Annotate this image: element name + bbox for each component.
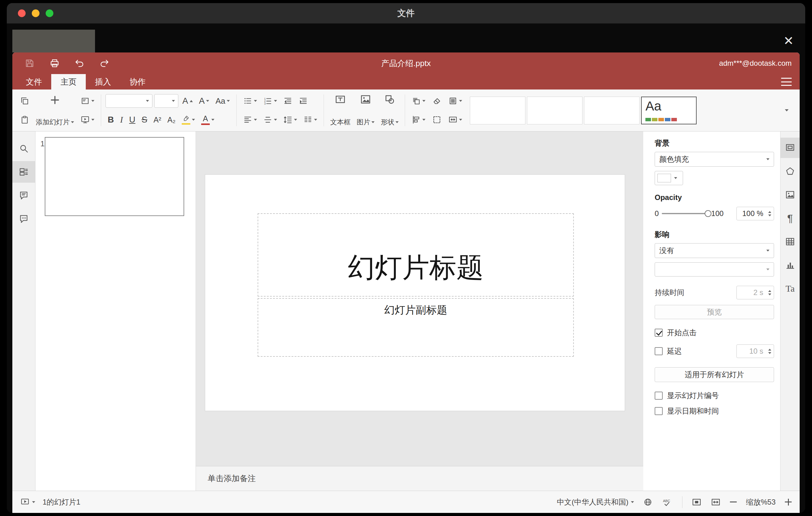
font-name-select[interactable] <box>106 94 152 108</box>
decrease-font-button[interactable]: A <box>197 95 212 107</box>
print-button[interactable] <box>49 58 60 68</box>
chat-button[interactable] <box>12 208 35 230</box>
slide-settings-tab[interactable] <box>781 138 800 158</box>
start-slideshow-button[interactable] <box>78 114 96 125</box>
preview-button[interactable]: 预览 <box>655 305 774 319</box>
language-select[interactable]: 中文(中华人民共和国) <box>557 497 634 507</box>
theme-gallery-expand-button[interactable] <box>780 101 793 120</box>
italic-button[interactable]: I <box>118 114 125 125</box>
comments-button[interactable] <box>12 184 35 206</box>
copy-button[interactable] <box>18 95 31 107</box>
macos-titlebar[interactable]: 文件 <box>7 3 805 24</box>
background-color-picker[interactable] <box>655 171 683 185</box>
strikethrough-button[interactable]: S <box>140 114 150 125</box>
spinner-up-icon[interactable] <box>768 211 771 213</box>
highlight-color-button[interactable] <box>179 114 197 126</box>
clear-style-button[interactable] <box>430 95 444 107</box>
underline-button[interactable]: U <box>127 114 138 125</box>
textart-settings-tab[interactable]: Ta <box>781 278 800 299</box>
zoom-out-button[interactable] <box>730 501 737 503</box>
close-window-icon[interactable] <box>18 9 26 17</box>
zoom-window-icon[interactable] <box>46 9 53 17</box>
bullets-button[interactable] <box>241 95 259 107</box>
show-slide-number-checkbox[interactable] <box>655 392 663 400</box>
start-on-click-checkbox[interactable] <box>655 329 663 337</box>
transition-variant-select[interactable] <box>655 262 774 277</box>
spinner-down-icon[interactable] <box>768 352 771 354</box>
start-slideshow-status-button[interactable] <box>20 497 35 507</box>
change-layout-button[interactable] <box>78 95 96 107</box>
insert-shape-button[interactable]: 形状 <box>378 92 402 129</box>
columns-button[interactable] <box>301 114 319 125</box>
show-date-checkbox[interactable] <box>655 407 663 415</box>
slide-workspace[interactable]: 幻灯片标题 幻灯片副标题 <box>196 132 643 466</box>
theme-option-1[interactable] <box>470 96 525 124</box>
tab-file[interactable]: 文件 <box>17 74 51 89</box>
duration-spinner[interactable]: 2 s <box>736 286 774 299</box>
subtitle-placeholder[interactable]: 幻灯片副标题 <box>258 298 574 357</box>
chart-settings-tab[interactable] <box>781 255 800 275</box>
opacity-slider-handle[interactable] <box>705 210 712 217</box>
opacity-slider[interactable] <box>662 213 708 214</box>
decrease-indent-button[interactable] <box>281 95 295 107</box>
spinner-up-icon[interactable] <box>768 290 771 292</box>
change-case-button[interactable]: Aa <box>213 96 232 106</box>
tab-collaboration[interactable]: 协作 <box>120 74 155 89</box>
spellcheck-button[interactable]: ABC <box>662 497 673 507</box>
menu-hamburger-icon[interactable] <box>781 78 792 86</box>
search-button[interactable] <box>12 138 35 159</box>
minimize-window-icon[interactable] <box>32 9 39 17</box>
delay-checkbox[interactable] <box>655 347 663 355</box>
tab-home[interactable]: 主页 <box>51 74 86 89</box>
slides-panel-button[interactable] <box>12 161 35 183</box>
insert-textbox-button[interactable]: 文本框 <box>327 92 353 129</box>
slide-page[interactable]: 幻灯片标题 幻灯片副标题 <box>205 175 625 411</box>
subscript-button[interactable]: A₂ <box>165 115 177 125</box>
line-spacing-button[interactable] <box>281 114 299 125</box>
table-settings-tab[interactable] <box>781 231 800 252</box>
insert-image-button[interactable]: 图片 <box>353 92 378 129</box>
document-language-button[interactable] <box>643 497 652 507</box>
apply-to-all-slides-button[interactable]: 适用于所有幻灯片 <box>655 367 774 382</box>
delay-spinner[interactable]: 10 s <box>736 344 774 358</box>
save-button[interactable] <box>25 58 34 68</box>
add-slide-button[interactable]: 添加幻灯片 <box>33 92 77 129</box>
bold-button[interactable]: B <box>106 114 116 125</box>
select-all-button[interactable] <box>430 114 444 125</box>
theme-option-3[interactable] <box>584 96 640 124</box>
title-placeholder[interactable]: 幻灯片标题 <box>258 213 574 296</box>
opacity-spinner[interactable]: 100 % <box>736 207 774 220</box>
notes-area[interactable]: 单击添加备注 <box>196 466 643 491</box>
paragraph-settings-tab[interactable]: ¶ <box>781 208 800 228</box>
theme-option-2[interactable] <box>527 96 582 124</box>
horizontal-align-button[interactable] <box>241 114 259 125</box>
align-shapes-button[interactable] <box>409 114 428 125</box>
transition-effect-select[interactable]: 没有 <box>655 243 774 258</box>
spinner-down-icon[interactable] <box>768 214 771 216</box>
theme-option-selected[interactable]: Aa <box>641 96 697 124</box>
image-settings-tab[interactable] <box>781 184 800 205</box>
fit-to-width-button[interactable] <box>711 497 721 507</box>
fit-to-slide-button[interactable] <box>692 497 701 507</box>
numbering-button[interactable]: 123 <box>261 95 279 107</box>
spinner-up-icon[interactable] <box>768 349 771 351</box>
tab-insert[interactable]: 插入 <box>86 74 120 89</box>
arrange-shapes-button[interactable] <box>409 95 428 107</box>
spinner-down-icon[interactable] <box>768 293 771 295</box>
undo-button[interactable] <box>75 58 85 68</box>
redo-button[interactable] <box>99 58 109 68</box>
increase-font-button[interactable]: A <box>180 95 195 107</box>
paste-button[interactable] <box>18 114 31 125</box>
font-color-button[interactable]: A <box>199 114 216 126</box>
fill-color-button[interactable] <box>446 95 464 107</box>
slide-thumbnail[interactable] <box>45 137 184 216</box>
background-fill-select[interactable]: 颜色填充 <box>655 152 774 167</box>
shape-settings-tab[interactable] <box>781 161 800 181</box>
font-size-select[interactable] <box>154 94 178 108</box>
vertical-align-button[interactable] <box>261 114 279 125</box>
increase-indent-button[interactable] <box>296 95 310 107</box>
close-overlay-button[interactable]: ✕ <box>782 34 795 48</box>
zoom-in-button[interactable] <box>785 499 792 506</box>
superscript-button[interactable]: A² <box>151 115 163 125</box>
slide-size-button[interactable] <box>446 114 464 125</box>
